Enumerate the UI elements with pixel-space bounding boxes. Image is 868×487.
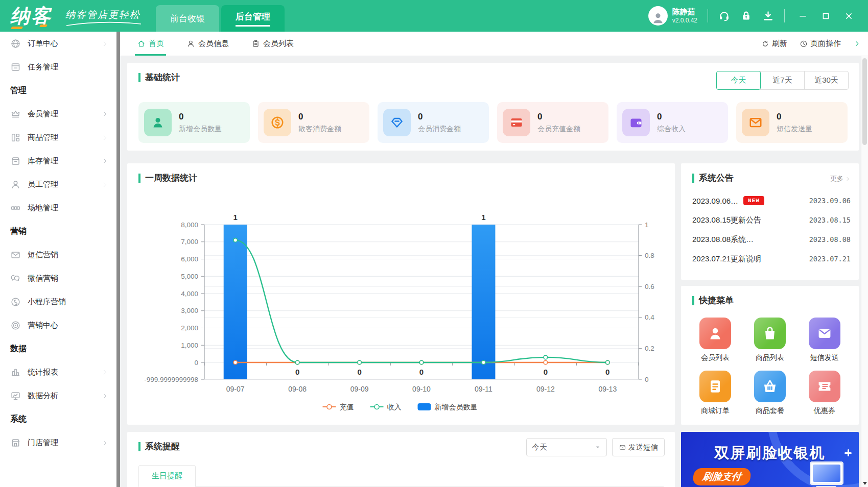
legend-item[interactable]: 收入 bbox=[370, 403, 402, 411]
lock-icon[interactable] bbox=[740, 10, 752, 22]
brand-logo[interactable]: 纳客 bbox=[10, 6, 52, 26]
range-button[interactable]: 近30天 bbox=[804, 71, 849, 90]
stat-cards-row: 0新增会员数量0散客消费金额0会员消费金额0会员充值金额0综合收入0短信发送量 bbox=[138, 102, 848, 143]
svg-text:0: 0 bbox=[194, 359, 198, 367]
envmail-icon bbox=[742, 109, 769, 136]
stat-card: 0会员消费金额 bbox=[378, 102, 489, 143]
quick-menu-item[interactable]: 商城订单 bbox=[699, 371, 731, 416]
divider bbox=[708, 9, 708, 22]
user-icon bbox=[10, 179, 21, 190]
sidebar-item[interactable]: 库存管理 bbox=[0, 149, 116, 173]
quick-menu-item[interactable]: 会员列表 bbox=[699, 318, 731, 362]
sidebar-item[interactable]: 订单中心 bbox=[0, 32, 116, 55]
announcement-row[interactable]: 2023.08.15更新公告2023.08.15 bbox=[692, 210, 851, 230]
announcement-row[interactable]: 2023.09.06…NEW2023.09.06 bbox=[692, 191, 851, 210]
sidebar-item[interactable]: 微信营销 bbox=[0, 266, 116, 290]
announcement-title: 2023.07.21更新说明 bbox=[692, 254, 761, 264]
legend-item[interactable]: 新增会员数量 bbox=[418, 403, 478, 411]
download-icon[interactable] bbox=[762, 10, 774, 22]
chevron-right-icon bbox=[102, 440, 108, 446]
sidebar-item[interactable]: 统计报表 bbox=[0, 360, 116, 384]
send-sms-button[interactable]: 发送短信 bbox=[612, 438, 665, 456]
sms-icon bbox=[619, 444, 626, 451]
refresh-icon bbox=[761, 40, 769, 48]
sidebar-item[interactable]: 员工管理 bbox=[0, 173, 116, 196]
sidebar-item[interactable]: 会员管理 bbox=[0, 102, 116, 126]
qorder-icon bbox=[699, 371, 731, 402]
title-accent-bar bbox=[138, 73, 140, 82]
panel-title: 一周数据统计 bbox=[138, 172, 197, 184]
maximize-button[interactable] bbox=[821, 11, 831, 21]
chevron-right-icon bbox=[102, 393, 108, 399]
announcements-more-link[interactable]: 更多 bbox=[830, 174, 851, 183]
sidebar-splitter[interactable] bbox=[116, 32, 120, 487]
announcement-date: 2023.08.08 bbox=[809, 235, 851, 243]
svg-text:1: 1 bbox=[481, 213, 485, 222]
page-tabs: 首页会员信息会员列表 bbox=[137, 32, 294, 56]
svg-text:0.8: 0.8 bbox=[645, 252, 654, 259]
sidebar-item[interactable]: 小程序营销 bbox=[0, 290, 116, 313]
customer-service-icon[interactable] bbox=[718, 10, 730, 22]
title-accent-bar bbox=[138, 174, 140, 183]
announcement-row[interactable]: 2023.08.08系统…2023.08.08 bbox=[692, 230, 851, 249]
quick-menu-item[interactable]: 商品套餐 bbox=[754, 371, 786, 416]
main-content: 基础统计 今天近7天近30天 0新增会员数量0散客消费金额0会员消费金额0会员充… bbox=[120, 56, 861, 487]
weekly-stats-panel: 一周数据统计 10001008,0007,0006,0005,0004,0003… bbox=[127, 163, 675, 425]
quick-menu-item[interactable]: 商品列表 bbox=[754, 318, 786, 362]
mode-tab-inactive[interactable]: 前台收银 bbox=[156, 5, 219, 32]
close-button[interactable] bbox=[844, 11, 854, 21]
sidebar-item-label: 门店管理 bbox=[28, 438, 58, 448]
tab-会员信息[interactable]: 会员信息 bbox=[186, 32, 229, 56]
tab-首页[interactable]: 首页 bbox=[137, 32, 164, 56]
expand-operations-icon[interactable] bbox=[853, 40, 861, 47]
wechat-icon bbox=[10, 273, 21, 284]
scroll-down-arrow-icon[interactable] bbox=[863, 482, 867, 485]
birthday-reminder-tab[interactable]: 生日提醒 bbox=[138, 465, 196, 487]
stat-value: 0 bbox=[777, 112, 812, 122]
range-button[interactable]: 近7天 bbox=[760, 71, 805, 90]
caret-down-icon bbox=[594, 444, 601, 451]
svg-text:0: 0 bbox=[605, 368, 609, 376]
sidebar-item[interactable]: 场地管理 bbox=[0, 196, 116, 220]
refresh-button[interactable]: 刷新 bbox=[761, 39, 787, 48]
brand-name: 纳客 bbox=[10, 5, 52, 27]
chevron-right-icon bbox=[845, 176, 851, 182]
range-button[interactable]: 今天 bbox=[716, 71, 761, 90]
sidebar-item[interactable]: 短信营销 bbox=[0, 243, 116, 266]
sidebar-item[interactable]: 任务管理 bbox=[0, 55, 116, 79]
legend-item[interactable]: 充值 bbox=[323, 403, 354, 411]
sidebar-item[interactable]: 门店管理 bbox=[0, 431, 116, 454]
minimize-button[interactable] bbox=[798, 11, 808, 21]
sidebar-item-label: 订单中心 bbox=[28, 39, 58, 48]
svg-text:0: 0 bbox=[419, 368, 424, 376]
page-operations-icon bbox=[800, 40, 808, 48]
app-window: 纳客 纳客管店更轻松 前台收银后台管理 陈静茹 v2.0.0.42 bbox=[0, 0, 868, 487]
monitor-icon bbox=[10, 391, 21, 401]
panel-title: 快捷菜单 bbox=[692, 295, 734, 306]
quick-menu-item[interactable]: 优惠券 bbox=[809, 371, 840, 416]
chevron-right-icon bbox=[102, 134, 108, 141]
logo-accent-stroke bbox=[39, 25, 48, 27]
title-accent-bar bbox=[138, 442, 140, 451]
sidebar-item-label: 小程序营销 bbox=[28, 297, 66, 307]
sidebar-item-label: 任务管理 bbox=[28, 62, 58, 72]
announcement-row[interactable]: 2023.07.21更新说明2023.07.21 bbox=[692, 249, 851, 269]
user-profile[interactable]: 陈静茹 v2.0.0.42 bbox=[648, 6, 697, 26]
stat-value: 0 bbox=[179, 112, 222, 122]
sidebar-item[interactable]: 数据分析 bbox=[0, 384, 116, 407]
coin-icon bbox=[264, 109, 291, 136]
stat-card: 0综合收入 bbox=[617, 102, 728, 143]
quick-menu-item[interactable]: 短信发送 bbox=[809, 318, 840, 362]
ad-banner[interactable]: 双屏刷脸收银机 刷脸支付 bbox=[681, 432, 859, 487]
mode-tab-active[interactable]: 后台管理 bbox=[221, 5, 285, 32]
stat-label: 会员充值金额 bbox=[537, 125, 580, 134]
page-operations-button[interactable]: 页面操作 bbox=[800, 39, 841, 48]
reminder-range-select[interactable]: 今天 bbox=[526, 438, 607, 456]
svg-text:0.2: 0.2 bbox=[645, 345, 654, 352]
tab-会员列表[interactable]: 会员列表 bbox=[251, 32, 294, 56]
vertical-scrollbar[interactable] bbox=[861, 56, 868, 487]
stat-card: 0新增会员数量 bbox=[138, 102, 250, 143]
sidebar-item[interactable]: 商品管理 bbox=[0, 126, 116, 149]
sidebar-item[interactable]: 营销中心 bbox=[0, 313, 116, 337]
scrollbar-thumb[interactable] bbox=[862, 58, 867, 145]
